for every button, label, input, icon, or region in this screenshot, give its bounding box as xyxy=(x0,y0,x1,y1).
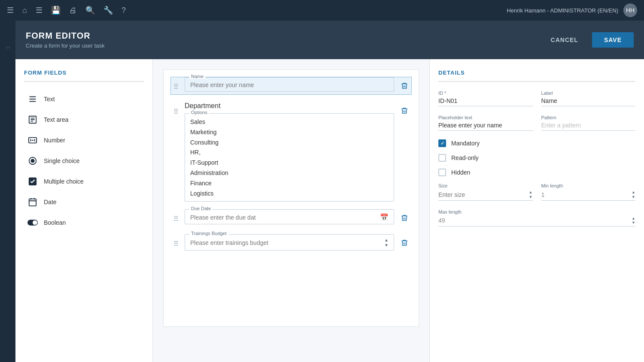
placeholder-field: Placeholder text Please enter your name xyxy=(438,115,533,131)
single-choice-icon xyxy=(27,156,38,166)
svg-point-3 xyxy=(31,159,34,162)
name-field-wrapper: Name xyxy=(185,77,394,92)
placeholder-field-value[interactable]: Please enter your name xyxy=(438,122,533,131)
modal-title: FORM EDITOR xyxy=(26,31,105,41)
save-nav-icon[interactable]: 💾 xyxy=(51,6,61,15)
form-fields-title: FORM FIELDS xyxy=(24,69,144,82)
home-icon[interactable]: ⌂ xyxy=(22,6,27,15)
sidebar-item-boolean[interactable]: Boolean xyxy=(24,212,144,233)
sidebar-item-multiple-choice[interactable]: Multiple choice xyxy=(24,171,144,192)
budget-input[interactable] xyxy=(190,239,384,246)
options-list: Sales Marketing Consulting HR, IT-Suppor… xyxy=(190,117,389,199)
textarea-field-label: Text area xyxy=(44,116,69,123)
modal-actions: CANCEL SAVE xyxy=(542,32,634,48)
option-administration: Administration xyxy=(190,168,389,178)
nav-icons-left: ☰ ⌂ ☰ 💾 🖨 🔍 🔧 ? xyxy=(7,6,126,15)
left-sidebar: E xyxy=(0,21,15,362)
mandatory-checkbox[interactable] xyxy=(438,139,446,147)
print-icon[interactable]: 🖨 xyxy=(69,6,77,15)
readonly-checkbox[interactable] xyxy=(438,154,446,162)
size-input[interactable] xyxy=(438,191,529,198)
cancel-button[interactable]: CANCEL xyxy=(542,32,587,48)
document-icon[interactable]: ☰ xyxy=(36,6,43,15)
budget-input-wrapper: Trainings Budget ▲ ▼ xyxy=(185,234,394,250)
sidebar-item-single-choice[interactable]: Single choice xyxy=(24,151,144,171)
top-navigation: ☰ ⌂ ☰ 💾 🖨 🔍 🔧 ? Henrik Hamann - ADMINIST… xyxy=(0,0,644,21)
multiple-choice-icon xyxy=(27,176,38,187)
settings-icon[interactable]: 🔧 xyxy=(103,6,113,15)
min-length-input[interactable] xyxy=(541,191,632,198)
size-decrement[interactable]: ▼ xyxy=(529,195,533,199)
modal-title-block: FORM EDITOR Create a form for your user … xyxy=(26,31,105,49)
label-field-value[interactable]: Name xyxy=(541,97,636,106)
sidebar-item-number[interactable]: Number xyxy=(24,130,144,151)
single-choice-label: Single choice xyxy=(44,157,79,164)
department-delete-button[interactable] xyxy=(398,104,411,118)
id-label-row: ID * ID-N01 Label Name xyxy=(438,90,635,106)
name-input[interactable] xyxy=(190,81,389,88)
user-avatar[interactable]: HH xyxy=(623,3,637,17)
text-field-label: Text xyxy=(44,96,55,103)
size-increment[interactable]: ▲ xyxy=(529,190,533,195)
budget-floating-label: Trainings Budget xyxy=(189,231,228,236)
budget-spinners: ▲ ▼ xyxy=(384,238,389,247)
budget-increment[interactable]: ▲ xyxy=(384,238,389,242)
department-field-wrapper: Department Options Sales Marketing Consu… xyxy=(185,102,394,202)
max-length-spinners: ▲ ▼ xyxy=(632,216,635,226)
id-field-value[interactable]: ID-N01 xyxy=(438,97,533,106)
budget-delete-button[interactable] xyxy=(398,236,411,250)
boolean-field-icon xyxy=(27,217,38,228)
option-sales: Sales xyxy=(190,117,389,127)
option-logistics: Logistics xyxy=(190,189,389,199)
min-length-decrement[interactable]: ▼ xyxy=(632,195,635,199)
menu-icon[interactable]: ☰ xyxy=(7,6,14,15)
max-length-input[interactable] xyxy=(438,217,632,224)
name-delete-button[interactable] xyxy=(398,79,411,93)
maxlength-row: Max length ▲ ▼ xyxy=(438,209,635,227)
placeholder-field-label: Placeholder text xyxy=(438,115,533,120)
due-date-delete-button[interactable] xyxy=(398,211,411,225)
department-label: Department xyxy=(185,102,394,110)
calendar-icon: 📅 xyxy=(380,213,389,221)
hidden-label: Hidden xyxy=(451,169,470,176)
department-form-row[interactable]: ⠿ Department Options Sales Marketing Con… xyxy=(170,102,412,202)
due-date-form-row[interactable]: ⠿ Due Date 📅 xyxy=(170,209,412,227)
boolean-field-label: Boolean xyxy=(44,219,66,226)
department-drag-handle[interactable]: ⠿ xyxy=(171,102,181,119)
number-field-icon xyxy=(27,135,38,145)
pattern-field-value[interactable]: Enter a pattern xyxy=(541,122,636,131)
budget-drag-handle[interactable]: ⠿ xyxy=(171,234,181,251)
min-length-wrapper: ▲ ▼ xyxy=(541,190,636,201)
hidden-row: Hidden xyxy=(438,169,635,176)
sidebar-item-text[interactable]: Text xyxy=(24,89,144,109)
size-field: Size ▲ ▼ xyxy=(438,183,533,201)
pattern-field-label: Pattern xyxy=(541,115,636,120)
label-field-label: Label xyxy=(541,90,636,96)
size-spinners: ▲ ▼ xyxy=(529,190,533,199)
budget-form-row[interactable]: ⠿ Trainings Budget ▲ ▼ xyxy=(170,234,412,252)
name-form-row[interactable]: ⠿ Name xyxy=(170,77,412,95)
min-length-label: Min length xyxy=(541,183,636,188)
sidebar-item-date[interactable]: Date xyxy=(24,192,144,212)
name-drag-handle[interactable]: ⠿ xyxy=(171,77,181,94)
options-floating-label: Options xyxy=(189,110,209,115)
min-length-spinners: ▲ ▼ xyxy=(632,190,635,199)
max-length-decrement[interactable]: ▼ xyxy=(632,220,635,225)
svg-rect-5 xyxy=(29,199,36,206)
hidden-checkbox[interactable] xyxy=(438,169,446,176)
form-canvas: ⠿ Name xyxy=(153,59,429,362)
option-hr: HR, xyxy=(190,148,389,158)
size-field-label: Size xyxy=(438,183,533,188)
budget-decrement[interactable]: ▼ xyxy=(384,243,389,247)
max-length-increment[interactable]: ▲ xyxy=(632,216,635,221)
due-date-drag-handle[interactable]: ⠿ xyxy=(171,209,181,226)
search-nav-icon[interactable]: 🔍 xyxy=(85,6,95,15)
date-field-label: Date xyxy=(44,199,57,205)
textarea-field-icon xyxy=(27,115,38,125)
save-button[interactable]: SAVE xyxy=(592,32,634,48)
sidebar-item-textarea[interactable]: Text area xyxy=(24,109,144,130)
option-it-support: IT-Support xyxy=(190,158,389,168)
help-icon[interactable]: ? xyxy=(122,6,126,15)
due-date-input[interactable] xyxy=(190,214,380,221)
min-length-increment[interactable]: ▲ xyxy=(632,190,635,195)
